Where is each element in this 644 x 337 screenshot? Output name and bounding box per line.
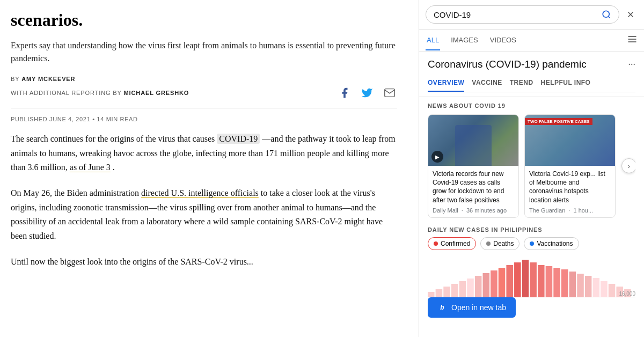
deaths-dot: [486, 241, 491, 246]
search-button[interactable]: [602, 10, 611, 19]
svg-rect-27: [585, 276, 592, 297]
news-card-1-body: Victoria records four new Covid-19 cases…: [428, 166, 518, 217]
search-input-container: [426, 5, 619, 24]
search-panel: ALL IMAGES VIDEOS Coronavirus (COVID-19)…: [419, 0, 644, 337]
svg-rect-20: [530, 262, 537, 297]
svg-rect-24: [561, 269, 568, 297]
svg-rect-13: [475, 276, 482, 297]
svg-rect-25: [569, 272, 576, 297]
article-panel: scenarios. Experts say that understandin…: [0, 0, 419, 337]
news-card-2[interactable]: TWO FALSE POSITIVE CASES Victoria Covid-…: [524, 114, 616, 218]
knowledge-tab-overview[interactable]: OVERVIEW: [428, 76, 464, 92]
article-paragraph-2: On May 26, the Biden administration dire…: [11, 186, 397, 243]
news-card-1[interactable]: ▶ Victoria records four new Covid-19 cas…: [428, 114, 519, 218]
svg-rect-26: [577, 274, 584, 297]
article-title: scenarios.: [11, 11, 397, 30]
knowledge-tab-trend[interactable]: TREND: [510, 76, 533, 92]
chart-y-label: 16,000: [619, 291, 635, 297]
facebook-share-button[interactable]: [337, 85, 352, 100]
knowledge-panel-title: Coronavirus (COVID-19) pandemic: [428, 58, 587, 70]
svg-rect-21: [538, 265, 545, 297]
chart-svg: [428, 254, 635, 297]
article-paragraph-1: The search continues for the origins of …: [11, 132, 397, 174]
news-section: NEWS ABOUT COVID 19 ▶ Victoria records f…: [419, 97, 644, 221]
search-icon: [602, 10, 611, 19]
published-date: PUBLISHED JUNE 4, 2021 • 14 MIN READ: [11, 116, 397, 122]
svg-rect-9: [443, 287, 450, 297]
byline-primary: BY AMY MCKEEVER: [11, 76, 397, 82]
byline-secondary: WITH ADDITIONAL REPORTING BY MICHAEL GRE…: [11, 85, 397, 100]
bing-logo: b: [437, 303, 447, 312]
svg-rect-17: [506, 265, 513, 297]
search-tabs: ALL IMAGES VIDEOS: [419, 30, 644, 52]
social-icons: [337, 85, 397, 100]
search-bar: [419, 0, 644, 30]
search-tab-menu-icon[interactable]: [627, 30, 638, 52]
breaking-badge: TWO FALSE POSITIVE CASES: [525, 118, 592, 125]
svg-rect-29: [601, 281, 608, 297]
svg-rect-15: [491, 270, 497, 297]
svg-point-0: [603, 11, 609, 17]
svg-rect-30: [609, 284, 616, 297]
chart-filter-deaths[interactable]: Deaths: [480, 237, 519, 250]
svg-rect-7: [428, 292, 435, 297]
news-card-2-body: Victoria Covid-19 exp... list of Melbour…: [525, 166, 615, 217]
svg-rect-18: [514, 262, 521, 297]
knowledge-tabs: OVERVIEW VACCINE TREND HELPFUL INFO: [428, 76, 635, 92]
chart-filter-confirmed[interactable]: Confirmed: [428, 237, 476, 250]
email-share-button[interactable]: [382, 85, 397, 100]
chart-filter-vaccinations[interactable]: Vaccinations: [524, 237, 579, 250]
vaccinations-dot: [530, 241, 534, 246]
open-new-tab-button[interactable]: b Open in new tab: [428, 297, 516, 318]
news-card-2-title: Victoria Covid-19 exp... list of Melbour…: [529, 170, 611, 204]
tab-images[interactable]: IMAGES: [450, 31, 479, 50]
news-card-1-title: Victoria records four new Covid-19 cases…: [433, 170, 514, 204]
svg-line-1: [608, 16, 610, 18]
chart-section-label: DAILY NEW CASES IN PHILIPPINES: [428, 226, 635, 233]
close-icon: [626, 10, 635, 19]
news-card-1-source: Daily Mail · 36 minutes ago: [433, 207, 514, 214]
play-icon: ▶: [431, 151, 443, 163]
chart-filters: Confirmed Deaths Vaccinations: [428, 237, 635, 250]
news-card-2-image: TWO FALSE POSITIVE CASES: [525, 115, 615, 166]
open-new-tab-label: Open in new tab: [451, 303, 506, 312]
twitter-share-button[interactable]: [360, 85, 375, 100]
svg-rect-16: [499, 268, 506, 297]
divider: [11, 108, 397, 108]
hamburger-icon: [627, 34, 638, 45]
intelligence-officials-link[interactable]: directed U.S. intelligence officials: [141, 188, 259, 197]
article-body: The search continues for the origins of …: [11, 132, 397, 269]
article-paragraph-3: Until now the biggest look into the orig…: [11, 255, 397, 269]
svg-rect-23: [553, 268, 560, 297]
covid-highlight: COVID-19: [217, 134, 260, 144]
chart-area: 16,000: [428, 254, 635, 297]
search-input[interactable]: [434, 10, 602, 19]
knowledge-tab-helpful-info[interactable]: HELPFUL INFO: [541, 76, 591, 92]
svg-rect-28: [593, 278, 600, 297]
knowledge-more-button[interactable]: ···: [628, 59, 636, 70]
confirmed-dot: [434, 241, 438, 246]
svg-rect-22: [546, 266, 553, 297]
svg-rect-19: [522, 260, 529, 297]
svg-rect-10: [451, 284, 458, 297]
news-next-button[interactable]: ›: [621, 158, 635, 173]
news-cards: ▶ Victoria records four new Covid-19 cas…: [428, 114, 635, 218]
search-content: Coronavirus (COVID-19) pandemic ··· OVER…: [419, 52, 644, 337]
svg-rect-8: [436, 289, 443, 297]
article-subtitle: Experts say that understanding how the v…: [11, 39, 397, 65]
news-section-label: NEWS ABOUT COVID 19: [428, 102, 635, 109]
tab-all[interactable]: ALL: [426, 31, 440, 50]
as-of-june3-link[interactable]: as of June 3: [70, 163, 111, 172]
knowledge-tab-vaccine[interactable]: VACCINE: [472, 76, 502, 92]
knowledge-panel: Coronavirus (COVID-19) pandemic ··· OVER…: [419, 52, 644, 97]
svg-rect-14: [483, 273, 490, 297]
news-card-1-image: ▶: [428, 115, 518, 166]
close-search-button[interactable]: [624, 8, 638, 21]
news-card-2-source: The Guardian · 1 hou...: [529, 207, 611, 214]
chart-section: DAILY NEW CASES IN PHILIPPINES Confirmed…: [419, 221, 644, 324]
tab-videos[interactable]: VIDEOS: [489, 31, 517, 50]
svg-rect-12: [467, 279, 474, 297]
svg-rect-11: [459, 281, 466, 297]
